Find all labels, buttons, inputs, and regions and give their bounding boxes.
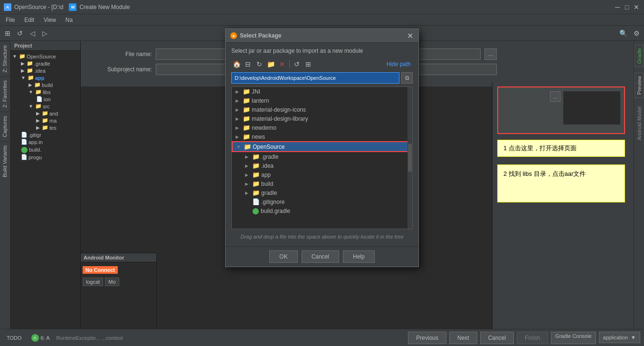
path-row: ⧉ xyxy=(231,72,413,84)
dialog-title: Select Package xyxy=(240,32,406,39)
tree-build-folder[interactable]: ▶ 📁 build xyxy=(232,179,412,188)
sync-button[interactable]: ↺ xyxy=(292,59,302,69)
tree-dot-gradle[interactable]: ▶ 📁 .gradle xyxy=(232,152,412,161)
file-tree[interactable]: ▶ 📁 JNI ▶ 📁 lantern ▶ 📁 material-design-… xyxy=(231,86,413,229)
dialog-body: Select jar or aar package to import as a… xyxy=(226,43,418,246)
refresh-button[interactable]: ↻ xyxy=(254,59,265,69)
home-button[interactable]: 🏠 xyxy=(231,59,242,69)
path-copy-button[interactable]: ⧉ xyxy=(401,72,413,84)
cancel-dialog-button[interactable]: Cancel xyxy=(302,250,339,263)
dialog-overlay: A Select Package ✕ Select jar or aar pac… xyxy=(0,0,644,346)
help-button[interactable]: Help xyxy=(343,250,375,263)
drop-hint: Drag and drop a file into the space abov… xyxy=(231,232,413,241)
ok-button[interactable]: OK xyxy=(269,250,297,263)
tree-gitignore-file[interactable]: ▶ 📄 .gitignore xyxy=(232,197,412,206)
tree-newdemo[interactable]: ▶ 📁 newdemo xyxy=(232,123,412,132)
dialog-icon: A xyxy=(230,32,237,39)
tree-app-folder[interactable]: ▶ 📁 app xyxy=(232,170,412,179)
tree-build-gradle-file[interactable]: ▶ ⬤ build.gradle xyxy=(232,206,412,215)
toolbar-separator xyxy=(289,60,290,68)
tree-gradle-folder[interactable]: ▶ 📁 gradle xyxy=(232,188,412,197)
tree-material-icons[interactable]: ▶ 📁 material-design-icons xyxy=(232,105,412,114)
dialog-close-button[interactable]: ✕ xyxy=(406,32,414,39)
view-button[interactable]: ⊟ xyxy=(243,59,253,69)
scrollbar-track[interactable] xyxy=(407,87,412,229)
hide-path-button[interactable]: Hide path xyxy=(385,60,413,68)
tree-news[interactable]: ▶ 📁 news xyxy=(232,132,412,141)
tree-material-library[interactable]: ▶ 📁 material-design-library xyxy=(232,114,412,123)
tree-lantern[interactable]: ▶ 📁 lantern xyxy=(232,96,412,105)
tree-dot-idea[interactable]: ▶ 📁 .idea xyxy=(232,161,412,170)
select-package-dialog: A Select Package ✕ Select jar or aar pac… xyxy=(225,29,419,267)
dialog-toolbar: 🏠 ⊟ ↻ 📁 ✕ ↺ ⊞ Hide path xyxy=(231,59,413,69)
path-input[interactable] xyxy=(231,72,399,84)
dialog-title-bar: A Select Package ✕ xyxy=(226,29,418,43)
dialog-description: Select jar or aar package to import as a… xyxy=(231,48,413,54)
grid-button[interactable]: ⊞ xyxy=(303,59,313,69)
folder-button[interactable]: 📁 xyxy=(265,59,276,69)
scrollbar-thumb[interactable] xyxy=(408,144,412,172)
delete-button[interactable]: ✕ xyxy=(277,59,287,69)
tree-jni[interactable]: ▶ 📁 JNI xyxy=(232,87,412,96)
tree-opensource[interactable]: ▼ 📁 OpenSource xyxy=(232,141,412,152)
dialog-footer: OK Cancel Help xyxy=(226,246,418,267)
